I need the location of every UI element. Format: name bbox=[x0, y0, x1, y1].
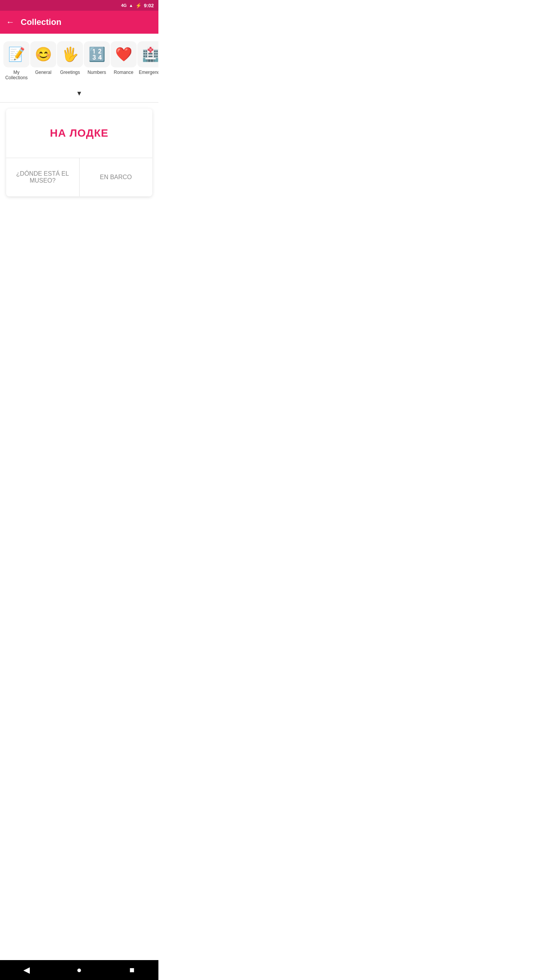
flashcard-right-answer[interactable]: EN BARCO bbox=[80, 158, 153, 196]
status-time: 9:02 bbox=[144, 3, 154, 8]
category-item-my-collections[interactable]: 📝My Collections bbox=[3, 40, 30, 82]
flashcard-bottom: ¿DÓNDE ESTÁ EL MUSEO? EN BARCO bbox=[6, 158, 152, 196]
category-label-general: General bbox=[35, 70, 52, 75]
flashcard-area: НА ЛОДКЕ ¿DÓNDE ESTÁ EL MUSEO? EN BARCO bbox=[0, 103, 158, 203]
category-label-emergency: Emergency bbox=[139, 70, 158, 75]
status-bar: 4G ▲ ⚡ 9:02 bbox=[0, 0, 158, 11]
category-icon-romance: ❤️ bbox=[111, 41, 137, 67]
category-strip: 📝My Collections😊General🖐Greetings🔢Number… bbox=[0, 34, 158, 85]
signal-icon: ▲ bbox=[129, 3, 133, 8]
flashcard-left-answer[interactable]: ¿DÓNDE ESTÁ EL MUSEO? bbox=[6, 158, 80, 196]
category-icon-numbers: 🔢 bbox=[84, 41, 110, 67]
battery-icon: ⚡ bbox=[135, 3, 142, 8]
network-indicator: 4G bbox=[121, 3, 127, 8]
category-label-greetings: Greetings bbox=[60, 70, 80, 75]
back-icon: ← bbox=[6, 17, 15, 27]
category-label-romance: Romance bbox=[114, 70, 133, 75]
category-item-general[interactable]: 😊General bbox=[30, 40, 57, 77]
flashcard-main-text: НА ЛОДКЕ bbox=[50, 127, 109, 139]
category-label-numbers: Numbers bbox=[88, 70, 106, 75]
category-item-numbers[interactable]: 🔢Numbers bbox=[83, 40, 110, 77]
category-item-greetings[interactable]: 🖐Greetings bbox=[57, 40, 83, 77]
category-label-my-collections: My Collections bbox=[5, 70, 28, 81]
category-icon-greetings: 🖐 bbox=[57, 41, 83, 67]
category-item-emergency[interactable]: 🏥Emergency bbox=[137, 40, 158, 77]
category-item-romance[interactable]: ❤️Romance bbox=[110, 40, 137, 77]
chevron-down-icon[interactable]: ▾ bbox=[77, 88, 81, 98]
expand-row[interactable]: ▾ bbox=[0, 85, 158, 102]
category-icon-general: 😊 bbox=[30, 41, 56, 67]
page-title: Collection bbox=[21, 17, 61, 27]
flashcard[interactable]: НА ЛОДКЕ ¿DÓNDE ESTÁ EL MUSEO? EN BARCO bbox=[6, 109, 152, 196]
flashcard-top: НА ЛОДКЕ bbox=[6, 109, 152, 158]
back-button[interactable]: ← bbox=[6, 17, 15, 27]
flashcard-right-text: EN BARCO bbox=[100, 174, 132, 181]
app-bar: ← Collection bbox=[0, 11, 158, 34]
category-icon-emergency: 🏥 bbox=[137, 41, 158, 67]
category-icon-my-collections: 📝 bbox=[3, 41, 29, 67]
flashcard-left-text: ¿DÓNDE ESTÁ EL MUSEO? bbox=[9, 170, 76, 184]
